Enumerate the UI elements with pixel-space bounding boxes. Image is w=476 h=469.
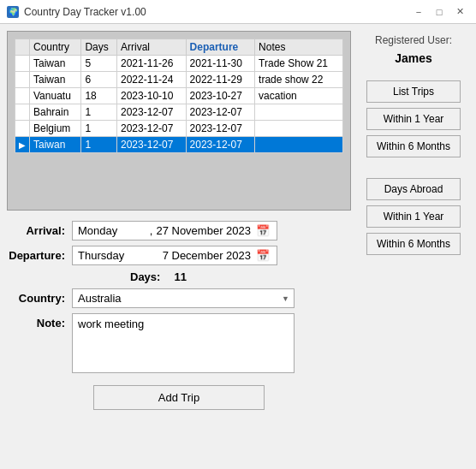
left-panel: Country Days Arrival Departure Notes Tai… (7, 31, 351, 462)
window-controls: − □ ✕ (409, 4, 469, 20)
arrival-row: Arrival: Monday , 27 November 2023 📅 (7, 221, 351, 240)
arrival-date-field[interactable]: Monday , 27 November 2023 📅 (72, 221, 277, 240)
minimize-button[interactable]: − (409, 4, 428, 20)
within-1-year-button-1[interactable]: Within 1 Year (366, 108, 461, 130)
title-bar: 🌍 Country Day Tracker v1.00 − □ ✕ (0, 0, 476, 24)
departure-comma (156, 249, 159, 262)
user-name: James (395, 51, 432, 65)
right-panel: Registered User: James List Trips Within… (358, 31, 469, 462)
registered-label: Registered User: (375, 34, 452, 46)
table-row[interactable]: Belgium12023-12-072023-12-07 (15, 121, 343, 137)
trips-table: Country Days Arrival Departure Notes Tai… (15, 39, 343, 153)
col-departure: Departure (186, 39, 255, 56)
table-row[interactable]: Vanuatu182023-10-102023-10-27vacation (15, 88, 343, 104)
close-button[interactable]: ✕ (450, 4, 469, 20)
country-label: Country: (7, 292, 65, 305)
days-abroad-button[interactable]: Days Abroad (366, 178, 461, 200)
days-value: 11 (174, 270, 186, 283)
add-trip-button[interactable]: Add Trip (93, 385, 265, 410)
departure-label: Departure: (7, 249, 65, 262)
table-row[interactable]: Bahrain12023-12-072023-12-07 (15, 104, 343, 121)
country-select[interactable]: AustraliaTaiwanVanuatuBahrainBelgium (72, 288, 295, 308)
app-icon: 🌍 (7, 6, 19, 18)
col-arrival: Arrival (117, 39, 187, 56)
table-row[interactable]: ▶Taiwan12023-12-072023-12-07 (15, 137, 343, 153)
arrival-date: 27 November 2023 (156, 224, 251, 237)
list-trips-button[interactable]: List Trips (366, 80, 461, 103)
days-label: Days: (130, 270, 160, 283)
departure-date-field[interactable]: Thursday 7 December 2023 📅 (72, 246, 277, 265)
arrival-label: Arrival: (7, 224, 65, 237)
table-header-row: Country Days Arrival Departure Notes (15, 39, 343, 56)
main-content: Country Days Arrival Departure Notes Tai… (0, 24, 476, 469)
col-notes: Notes (255, 39, 343, 56)
note-textarea[interactable] (72, 313, 295, 373)
within-1-year-button-2[interactable]: Within 1 Year (366, 205, 461, 228)
departure-date: 7 December 2023 (163, 249, 251, 262)
form-section: Arrival: Monday , 27 November 2023 📅 Dep… (7, 217, 351, 417)
title-bar-left: 🌍 Country Day Tracker v1.00 (7, 6, 146, 18)
col-days: Days (81, 39, 117, 56)
col-country: Country (30, 39, 81, 56)
note-label: Note: (7, 313, 65, 329)
within-6-months-button-1[interactable]: Within 6 Months (366, 135, 461, 157)
days-row: Days: 11 (7, 270, 351, 283)
table-row[interactable]: Taiwan52021-11-262021-11-30Trade Show 21 (15, 56, 343, 72)
add-trip-row: Add Trip (7, 378, 351, 413)
table-row[interactable]: Taiwan62022-11-242022-11-29trade show 22 (15, 72, 343, 88)
departure-day: Thursday (78, 249, 152, 262)
within-6-months-button-2[interactable]: Within 6 Months (366, 233, 461, 255)
departure-calendar-button[interactable]: 📅 (254, 249, 271, 262)
arrival-day: Monday (78, 224, 146, 237)
arrival-comma: , (150, 224, 153, 237)
arrival-calendar-button[interactable]: 📅 (254, 224, 271, 237)
country-row: Country: AustraliaTaiwanVanuatuBahrainBe… (7, 288, 351, 308)
departure-row: Departure: Thursday 7 December 2023 📅 (7, 246, 351, 265)
country-select-wrapper: AustraliaTaiwanVanuatuBahrainBelgium (72, 288, 295, 308)
app-title: Country Day Tracker v1.00 (24, 6, 146, 18)
note-row: Note: (7, 313, 351, 373)
maximize-button[interactable]: □ (430, 4, 449, 20)
col-indicator (15, 39, 30, 56)
trips-table-container: Country Days Arrival Departure Notes Tai… (7, 31, 351, 211)
